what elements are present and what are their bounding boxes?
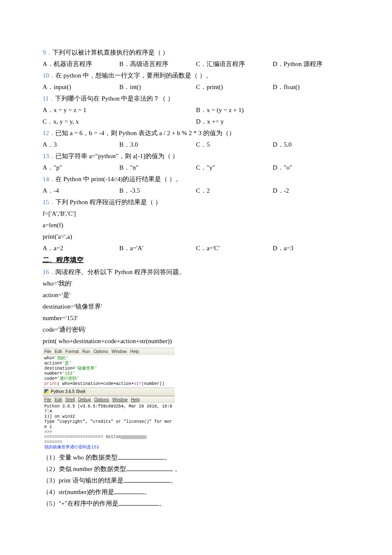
q12-opt-d[interactable]: D．5.0	[273, 139, 349, 150]
q14-options: A．-4 B．-3.5 C．2 D．-2	[43, 185, 349, 197]
blank-4[interactable]	[114, 487, 144, 494]
blank-5[interactable]	[118, 499, 159, 506]
q14-opt-c[interactable]: C．2	[196, 185, 273, 197]
q9-stem: 9．下列可以被计算机直接执行的程序是（ ）	[43, 47, 349, 58]
q15-text: 下列 Python 程序段运行的结果是（ ）	[55, 199, 161, 205]
q12-text: 已知 a = 6，b = -4，则 Python 表达式 a / 2 + b %…	[55, 130, 235, 136]
q13-opt-b[interactable]: B．"n"	[119, 162, 196, 173]
q16-c1: who='我的'	[43, 278, 349, 289]
menu-help[interactable]: Help	[130, 349, 139, 354]
blank-2[interactable]	[126, 464, 173, 471]
q15-opt-d[interactable]: D．a=3	[273, 243, 349, 254]
q13-stem: 13．已知字符串 a="python"，则 a[-1]的值为（ ）	[43, 150, 349, 162]
q11-num: 11．	[43, 95, 55, 102]
menu2-file[interactable]: File	[44, 397, 51, 402]
q10-options: A．input() B．int() C．print() D．float()	[43, 81, 349, 93]
q14-opt-b[interactable]: B．-3.5	[119, 185, 196, 197]
python-icon	[44, 389, 49, 394]
q15-code3: print('a=',a)	[43, 231, 349, 243]
q12-opt-a[interactable]: A．3	[43, 139, 119, 150]
q14-text: 在 Python 中 print(-14//4)的运行结果是（ ）。	[55, 176, 182, 182]
blank-1[interactable]	[118, 453, 164, 460]
menu2-window[interactable]: Window	[112, 397, 128, 402]
shell-menubar: FileEditShellDebugOptionsWindowHelp	[43, 396, 175, 403]
q16-text: 阅读程序。分析以下 Python 程序并回答问题。	[55, 269, 185, 275]
ide-screenshot: FileEditFormatRunOptionsWindowHelp who='…	[43, 348, 175, 451]
redacted-block	[121, 435, 147, 439]
menu-window[interactable]: Window	[112, 349, 127, 354]
menu-format[interactable]: Format	[65, 349, 79, 354]
q12-stem: 12．已知 a = 6，b = -4，则 Python 表达式 a / 2 + …	[43, 127, 349, 139]
q11-opt-a[interactable]: A．x = y = z = 1	[43, 104, 196, 116]
q10-stem: 10．在 python 中，想输出一行文字，要用到的函数是（ ）。	[43, 70, 349, 81]
q14-stem: 14．在 Python 中 print(-14//4)的运行结果是（ ）。	[43, 173, 349, 185]
q9-options: A．机器语言程序 B．高级语言程序 C．汇编语言程序 D．Python 源程序	[43, 58, 349, 70]
menu-run[interactable]: Run	[82, 349, 90, 354]
q16-sub5: （5）"+"在程序中的作用是。	[43, 498, 349, 509]
section2-title: 二、程序填空	[43, 254, 349, 266]
q16-c5: code='通行密码'	[43, 324, 349, 335]
q16-sub2: （2）类似 number 的数据类型 。	[43, 463, 349, 475]
q12-options: A．3 B．3.0 C．5 D．5.0	[43, 139, 349, 150]
menu2-debug[interactable]: Debug	[78, 397, 91, 402]
q13-options: A．"p" B．"n" C．"y" D．"o"	[43, 162, 349, 173]
q9-opt-a[interactable]: A．机器语言程序	[43, 58, 119, 70]
q10-text: 在 python 中，想输出一行文字，要用到的函数是（ ）。	[55, 72, 212, 79]
q9-text: 下列可以被计算机直接执行的程序是（ ）	[52, 49, 169, 56]
q13-opt-d[interactable]: D．"o"	[273, 162, 349, 173]
editor-menubar: FileEditFormatRunOptionsWindowHelp	[43, 348, 175, 355]
q11-text: 下列哪个语句在 Python 中是非法的？（ ）	[55, 95, 174, 102]
menu-edit[interactable]: Edit	[55, 349, 62, 354]
q15-opt-b[interactable]: B．a='A'	[119, 243, 196, 254]
q15-options: A．a=2 B．a='A' C．a='C' D．a=3	[43, 243, 349, 254]
q16-c3: destination='镜像世界'	[43, 301, 349, 312]
q9-opt-d[interactable]: D．Python 源程序	[273, 58, 349, 70]
q9-opt-b[interactable]: B．高级语言程序	[119, 58, 196, 70]
q9-num: 9．	[43, 49, 52, 56]
menu2-shell[interactable]: Shell	[65, 397, 75, 402]
q16-sub3: （3）print 语句输出的结果是。	[43, 475, 349, 486]
q12-opt-b[interactable]: B．3.0	[119, 139, 196, 150]
q11-opt-c[interactable]: C．x, y = y, x	[43, 116, 196, 127]
q16-c6: print( who+destination+code+action+str(n…	[43, 335, 349, 347]
q11-opt-b[interactable]: B．x = (y = z + 1)	[196, 104, 349, 116]
q14-num: 14．	[43, 176, 55, 182]
q10-opt-a[interactable]: A．input()	[43, 81, 119, 93]
shell-titlebar: Python 3.6.5 Shell	[43, 387, 175, 396]
q15-num: 15．	[43, 199, 55, 205]
menu2-edit[interactable]: Edit	[55, 397, 62, 402]
q10-opt-d[interactable]: D．float()	[273, 81, 349, 93]
q15-opt-a[interactable]: A．a=2	[43, 243, 119, 254]
menu2-help[interactable]: Help	[131, 397, 140, 402]
editor-code: who='我的' action='是' destination='镜像世界' n…	[43, 355, 175, 387]
menu2-options[interactable]: Options	[94, 397, 109, 402]
q11-stem: 11．下列哪个语句在 Python 中是非法的？（ ）	[43, 93, 349, 104]
q13-text: 已知字符串 a="python"，则 a[-1]的值为（ ）	[55, 153, 179, 159]
q15-opt-c[interactable]: C．a='C'	[196, 243, 273, 254]
q10-num: 10．	[43, 72, 55, 79]
q13-opt-c[interactable]: C．"y"	[196, 162, 273, 173]
q14-opt-a[interactable]: A．-4	[43, 185, 119, 197]
q11-opts-row1: A．x = y = z = 1 B．x = (y = z + 1)	[43, 104, 349, 116]
q16-num: 16．	[43, 269, 55, 275]
q13-opt-a[interactable]: A．"p"	[43, 162, 119, 173]
shell-output: Python 3.6.5 (v3.6.5:f59c0932b4, Mar 28 …	[43, 403, 175, 451]
menu-options[interactable]: Options	[93, 349, 108, 354]
q12-opt-c[interactable]: C．5	[196, 139, 273, 150]
q16-c4: number='153'	[43, 312, 349, 324]
q12-num: 12．	[43, 130, 55, 136]
q11-opt-d[interactable]: D．x += y	[196, 116, 349, 127]
q11-opts-row2: C．x, y = y, x D．x += y	[43, 116, 349, 127]
menu-file[interactable]: File	[44, 349, 51, 354]
shell-title: Python 3.6.5 Shell	[51, 389, 85, 394]
q13-num: 13．	[43, 153, 55, 159]
q10-opt-b[interactable]: B．int()	[119, 81, 196, 93]
q16-sub1: （1）变量 who 的数据类型。	[43, 452, 349, 463]
q14-opt-d[interactable]: D．-2	[273, 185, 349, 197]
q15-code1: f=['A','B','C']	[43, 208, 349, 220]
q9-opt-c[interactable]: C．汇编语言程序	[196, 58, 273, 70]
q16-sub4: （4）str(number)的作用是。	[43, 486, 349, 498]
q10-opt-c[interactable]: C．print()	[196, 81, 273, 93]
q16-stem: 16．阅读程序。分析以下 Python 程序并回答问题。	[43, 266, 349, 278]
blank-3[interactable]	[124, 476, 170, 483]
